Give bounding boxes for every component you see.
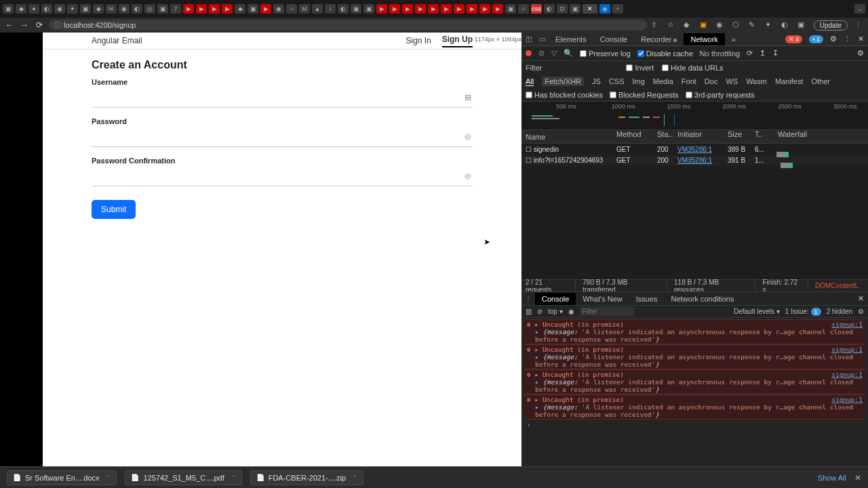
- tab-icon[interactable]: ▶: [376, 4, 387, 14]
- whatsnew-tab[interactable]: What's New: [576, 293, 629, 305]
- share-icon[interactable]: ⇪: [651, 20, 660, 30]
- tab-icon[interactable]: 7: [170, 4, 181, 14]
- record-icon[interactable]: [526, 50, 532, 56]
- back-icon[interactable]: ←: [4, 20, 15, 30]
- filter-type-manifest[interactable]: Manifest: [775, 77, 804, 85]
- tab-icon[interactable]: ◐: [338, 4, 349, 14]
- chevron-up-icon[interactable]: ⌃: [231, 474, 236, 481]
- preserve-log-checkbox[interactable]: Preserve log: [580, 49, 631, 58]
- reload-icon[interactable]: ⟳: [34, 20, 45, 30]
- new-tab-icon[interactable]: +: [612, 4, 623, 14]
- tab-icon[interactable]: ▣: [248, 4, 258, 14]
- chevron-up-icon[interactable]: ⌃: [106, 474, 111, 481]
- password-confirm-input[interactable]: [92, 169, 473, 186]
- ext-icon[interactable]: ▣: [797, 20, 807, 30]
- throttling-select[interactable]: No throttling: [700, 49, 740, 58]
- autofill-icon[interactable]: ▤: [465, 93, 471, 102]
- filter-type-font[interactable]: Font: [682, 77, 696, 85]
- tab-icon[interactable]: ◐: [41, 4, 52, 14]
- ext-icon[interactable]: ✎: [749, 20, 758, 30]
- chevron-up-icon[interactable]: ⌃: [353, 474, 357, 481]
- password-toggle-icon[interactable]: ◎: [465, 171, 471, 180]
- filter-type-wasm[interactable]: Wasm: [746, 77, 767, 85]
- tab-icon[interactable]: ▶: [389, 4, 400, 14]
- more-tabs-icon[interactable]: »: [725, 33, 743, 45]
- blocked-requests-checkbox[interactable]: Blocked Requests: [610, 91, 679, 99]
- close-icon[interactable]: ✕: [858, 35, 864, 43]
- download-item[interactable]: 📄Sr Software En....docx⌃: [7, 470, 117, 485]
- settings-icon[interactable]: ⚙: [857, 49, 864, 58]
- tab-icon[interactable]: ▣: [157, 4, 168, 14]
- ext-icon[interactable]: ◉: [716, 20, 726, 30]
- console-error[interactable]: ⊗ ▸ Uncaught (in promise)signup:1▸ {mess…: [524, 344, 865, 369]
- password-input[interactable]: [92, 129, 473, 147]
- issue-badge[interactable]: ▪ 1: [809, 35, 823, 43]
- tab-icon[interactable]: ◐: [544, 4, 555, 14]
- tab-icon[interactable]: ◉: [273, 4, 284, 14]
- tab-icon[interactable]: ▣: [351, 4, 361, 14]
- inspect-icon[interactable]: ◫: [521, 35, 535, 43]
- filter-type-img[interactable]: Img: [633, 77, 645, 85]
- signup-link[interactable]: Sign Up: [442, 35, 473, 47]
- tab-icon[interactable]: ○: [286, 4, 297, 14]
- settings-icon[interactable]: ⚙: [830, 35, 837, 43]
- filter-label[interactable]: Filter: [526, 64, 542, 72]
- clear-console-icon[interactable]: ⊘: [537, 308, 542, 315]
- tab-icon[interactable]: ○: [518, 4, 529, 14]
- chevron-down-icon[interactable]: ⌄: [854, 4, 865, 14]
- invert-checkbox[interactable]: Invert: [626, 64, 654, 72]
- submit-button[interactable]: Submit: [92, 200, 136, 219]
- eye-icon[interactable]: ◉: [568, 308, 574, 315]
- tab-icon[interactable]: ◉: [119, 4, 130, 14]
- console-filter-input[interactable]: [580, 307, 634, 316]
- elements-tab[interactable]: Elements: [549, 33, 593, 45]
- console-error[interactable]: ⊗ ▸ Uncaught (in promise)signup:1▸ {mess…: [524, 394, 865, 420]
- tab-icon[interactable]: ▣: [363, 4, 374, 14]
- url-bar[interactable]: ⓘ localhost:4200/signup: [49, 20, 647, 30]
- tab-icon[interactable]: ▶: [183, 4, 194, 14]
- network-row[interactable]: ☐ signedinGET200VM35286:1389 B6...: [521, 144, 868, 155]
- tab-icon[interactable]: ▶: [260, 4, 271, 14]
- col-method[interactable]: Method: [616, 130, 657, 143]
- error-badge[interactable]: ✕ 4: [785, 35, 803, 43]
- tab-icon[interactable]: ✉: [106, 4, 117, 14]
- console-error[interactable]: ⊗ ▸ Uncaught (in promise)signup:1▸ {mess…: [524, 319, 865, 344]
- disable-cache-checkbox[interactable]: Disable cache: [637, 49, 693, 58]
- close-downloads-icon[interactable]: ✕: [854, 473, 861, 483]
- tab-icon[interactable]: ◆: [235, 4, 245, 14]
- col-status[interactable]: Sta..: [657, 130, 677, 143]
- network-row[interactable]: ☐ info?t=1657242904693GET200VM35286:1391…: [521, 155, 868, 165]
- tab-icon[interactable]: ▶: [454, 4, 465, 14]
- tab-icon[interactable]: ▶: [428, 4, 439, 14]
- download-item[interactable]: 📄125742_S1_M5_C....pdf⌃: [125, 470, 241, 485]
- ext-icon[interactable]: ▣: [700, 20, 709, 30]
- tab-icon[interactable]: ▶: [402, 4, 413, 14]
- timeline[interactable]: 500 ms1000 ms1500 ms2000 ms2500 ms3000 m…: [521, 102, 868, 130]
- tab-icon[interactable]: ◆: [93, 4, 104, 14]
- tab-icon[interactable]: ▶: [222, 4, 233, 14]
- clear-icon[interactable]: ⊘: [538, 49, 545, 58]
- console-tab[interactable]: Console: [593, 33, 634, 45]
- ext-icon[interactable]: ⬡: [732, 20, 742, 30]
- device-icon[interactable]: ▭: [535, 35, 549, 43]
- tab-icon[interactable]: D: [557, 4, 568, 14]
- filter-type-js[interactable]: JS: [592, 77, 601, 85]
- tab-icon[interactable]: ▶: [415, 4, 426, 14]
- filter-type-all[interactable]: All: [526, 77, 534, 86]
- filter-type-media[interactable]: Media: [653, 77, 673, 85]
- menu-icon[interactable]: ⋮: [844, 35, 851, 43]
- tab-icon[interactable]: ▶: [479, 4, 490, 14]
- tab-icon[interactable]: ▣: [505, 4, 516, 14]
- show-all-link[interactable]: Show All: [818, 474, 846, 482]
- issues-tab[interactable]: Issues: [629, 293, 665, 305]
- console-drawer-tab[interactable]: Console: [535, 293, 576, 305]
- col-size[interactable]: Size: [728, 130, 755, 143]
- tab-icon[interactable]: ◉: [599, 4, 610, 14]
- blocked-cookies-checkbox[interactable]: Has blocked cookies: [526, 91, 603, 99]
- levels-select[interactable]: Default levels ▾: [734, 308, 780, 315]
- tab-icon[interactable]: ✦: [67, 4, 78, 14]
- sidebar-icon[interactable]: ▥: [526, 308, 532, 315]
- tab-icon[interactable]: ▶: [467, 4, 477, 14]
- tab-icon[interactable]: ◐: [132, 4, 142, 14]
- close-drawer-icon[interactable]: ✕: [858, 294, 864, 303]
